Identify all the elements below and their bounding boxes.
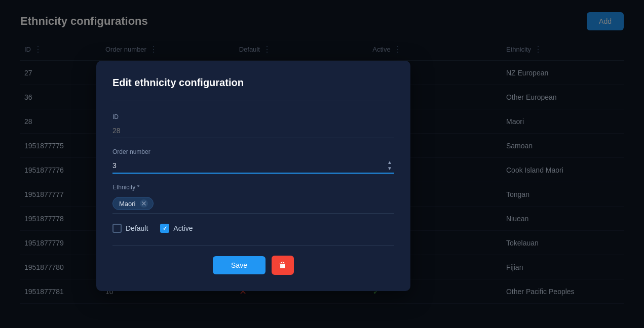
edit-modal: Edit ethnicity configuration ID Order nu…: [96, 61, 410, 291]
modal-actions: Save 🗑: [112, 256, 394, 275]
ethnicity-tag-remove-button[interactable]: ✕: [140, 199, 148, 208]
id-label: ID: [112, 113, 394, 120]
active-checkbox-item[interactable]: Active: [160, 224, 193, 233]
active-checkbox[interactable]: [160, 224, 169, 233]
order-number-spinner[interactable]: ▲ ▼: [385, 159, 394, 172]
ethnicity-tag-label: Maori: [119, 200, 136, 208]
order-number-input[interactable]: [112, 158, 385, 173]
checkbox-row: Default Active: [112, 224, 394, 233]
delete-button[interactable]: 🗑: [272, 256, 294, 275]
default-checkbox-label: Default: [126, 224, 148, 232]
ethnicity-input-area[interactable]: Maori ✕: [112, 194, 394, 214]
modal-divider: [112, 101, 394, 101]
ethnicity-tag: Maori ✕: [112, 197, 154, 210]
ethnicity-field: Ethnicity * Maori ✕: [112, 184, 394, 214]
active-checkbox-label: Active: [173, 224, 193, 232]
id-field: ID: [112, 113, 394, 138]
order-number-wrapper: ▲ ▼: [112, 158, 394, 174]
order-number-field: Order number ▲ ▼: [112, 148, 394, 174]
modal-title: Edit ethnicity configuration: [112, 77, 394, 89]
ethnicity-label: Ethnicity *: [112, 184, 394, 191]
default-checkbox[interactable]: [112, 224, 122, 233]
delete-icon: 🗑: [279, 261, 287, 270]
default-checkbox-item[interactable]: Default: [112, 224, 148, 233]
id-input[interactable]: [112, 124, 394, 138]
spinner-down-icon[interactable]: ▼: [385, 166, 394, 172]
order-number-label: Order number: [112, 148, 394, 155]
modal-footer-divider: [112, 245, 394, 245]
spinner-up-icon[interactable]: ▲: [385, 159, 394, 166]
save-button[interactable]: Save: [213, 256, 266, 274]
